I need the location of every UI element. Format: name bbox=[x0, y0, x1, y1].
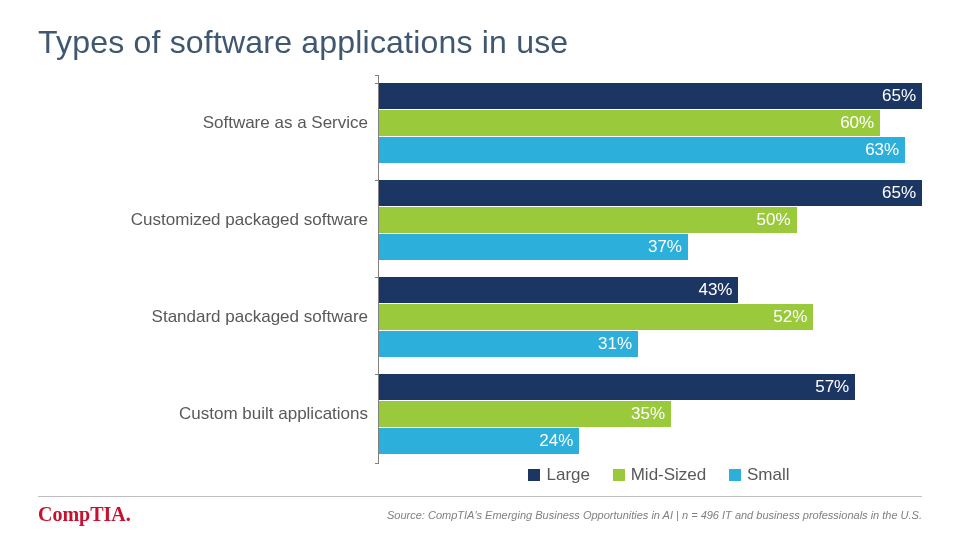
bar-small: 24% bbox=[379, 428, 579, 454]
bar-value: 57% bbox=[815, 374, 849, 400]
bar-value: 31% bbox=[598, 331, 632, 357]
legend-swatch-small bbox=[729, 469, 741, 481]
footer: CompTIA. Source: CompTIA's Emerging Busi… bbox=[38, 496, 922, 526]
bar-small: 31% bbox=[379, 331, 638, 357]
bar-value: 63% bbox=[865, 137, 899, 163]
bar-value: 50% bbox=[757, 207, 791, 233]
legend: Large Mid-Sized Small bbox=[378, 465, 922, 485]
logo: CompTIA. bbox=[38, 503, 131, 526]
source-text: Source: CompTIA's Emerging Business Oppo… bbox=[387, 509, 922, 521]
bar-mid: 60% bbox=[379, 110, 880, 136]
category-axis: Software as a Service Customized package… bbox=[38, 75, 378, 463]
bar-mid: 35% bbox=[379, 401, 671, 427]
bar-value: 65% bbox=[882, 180, 916, 206]
legend-label-small: Small bbox=[747, 465, 790, 484]
legend-swatch-large bbox=[528, 469, 540, 481]
legend-swatch-mid bbox=[613, 469, 625, 481]
bar-mid: 52% bbox=[379, 304, 813, 330]
bar-large: 57% bbox=[379, 374, 855, 400]
legend-label-mid: Mid-Sized bbox=[631, 465, 707, 484]
category-label: Software as a Service bbox=[48, 113, 368, 133]
divider bbox=[38, 496, 922, 497]
page-title: Types of software applications in use bbox=[38, 24, 922, 61]
bar-mid: 50% bbox=[379, 207, 797, 233]
bar-value: 65% bbox=[882, 83, 916, 109]
bar-value: 43% bbox=[698, 277, 732, 303]
bar-value: 60% bbox=[840, 110, 874, 136]
category-label: Standard packaged software bbox=[48, 307, 368, 327]
bar-value: 35% bbox=[631, 401, 665, 427]
plot-area: 65% 60% 63% 65% 50% 37% 43% 52% 31% bbox=[378, 75, 922, 463]
bar-value: 24% bbox=[539, 428, 573, 454]
bar-value: 37% bbox=[648, 234, 682, 260]
bar-large: 65% bbox=[379, 180, 922, 206]
category-label: Customized packaged software bbox=[48, 210, 368, 230]
chart: Software as a Service Customized package… bbox=[38, 75, 922, 485]
bar-small: 37% bbox=[379, 234, 688, 260]
slide: Types of software applications in use So… bbox=[0, 0, 960, 540]
bar-small: 63% bbox=[379, 137, 905, 163]
bar-large: 65% bbox=[379, 83, 922, 109]
category-label: Custom built applications bbox=[48, 404, 368, 424]
legend-label-large: Large bbox=[546, 465, 589, 484]
bar-value: 52% bbox=[773, 304, 807, 330]
bar-large: 43% bbox=[379, 277, 738, 303]
